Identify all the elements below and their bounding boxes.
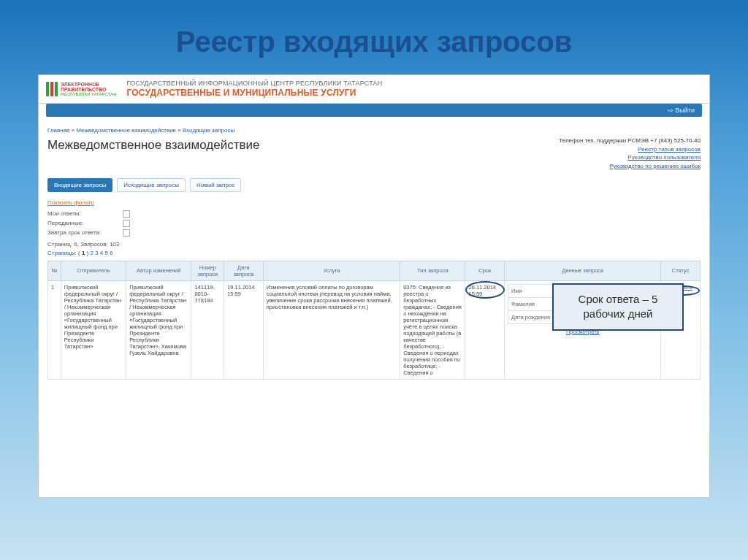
breadcrumb-section[interactable]: Межведомственное взаимодействие [76, 127, 176, 134]
breadcrumb-current: Входящие запросы [183, 127, 234, 134]
tab-incoming[interactable]: Входящие запросы [47, 178, 112, 192]
logout-link[interactable]: ⇨ Выйти [668, 107, 695, 114]
pager-current: 1 [82, 250, 85, 256]
header-line2: ГОСУДАРСТВЕННЫЕ И МУНИЦИПАЛЬНЫЕ УСЛУГИ [126, 88, 382, 99]
cell-author: Приволжский федеральный округ / Республи… [126, 280, 191, 379]
tab-new-request[interactable]: Новый запрос [190, 178, 241, 192]
breadcrumb: Главная » Межведомственное взаимодействи… [47, 127, 701, 134]
help-links: Телефон тех. поддержки РСМЭВ +7 (843) 52… [559, 137, 701, 170]
filter-tomorrow-label: Завтра срок ответа: [47, 229, 117, 236]
filter-transferred-checkbox[interactable] [123, 220, 130, 227]
link-errors-guide[interactable]: Руководство по решению ошибок [559, 162, 701, 171]
breadcrumb-home[interactable]: Главная [47, 127, 69, 134]
filters: Мои ответы: Переданные: Завтра срок отве… [47, 210, 701, 237]
show-filter-toggle[interactable]: Показать фильтр [47, 199, 701, 206]
cell-service: Изменения условий оплаты по договорам со… [263, 280, 400, 379]
app-screenshot: ЭЛЕКТРОННОЕ ПРАВИТЕЛЬСТВО РЕСПУБЛИКИ ТАТ… [38, 74, 710, 498]
logo-text-mid: ПРАВИТЕЛЬСТВО [61, 87, 116, 92]
cell-num: 141119-0010-778184 [191, 280, 224, 379]
cell-date: 19.11.2014 15:59 [224, 280, 264, 379]
th-status[interactable]: Статус [661, 261, 701, 280]
link-request-types[interactable]: Реестр типов запросов [559, 145, 701, 154]
filter-transferred-label: Переданные: [47, 220, 117, 226]
th-num[interactable]: Номер запроса [191, 261, 224, 280]
filter-tomorrow-checkbox[interactable] [123, 229, 130, 237]
logo: ЭЛЕКТРОННОЕ ПРАВИТЕЛЬСТВО РЕСПУБЛИКИ ТАТ… [46, 82, 116, 97]
callout-line1: Срок ответа – 5 [567, 292, 669, 307]
logo-text-top: ЭЛЕКТРОННОЕ [61, 82, 116, 87]
cell-type: 0375: Сведения из реестра о безработных … [400, 280, 465, 379]
tabs: Входящие запросы Исходящие запросы Новый… [47, 178, 701, 192]
app-header: ЭЛЕКТРОННОЕ ПРАВИТЕЛЬСТВО РЕСПУБЛИКИ ТАТ… [39, 75, 709, 104]
table-header-row: № Отправитель Автор изменений Номер запр… [48, 261, 701, 280]
th-author[interactable]: Автор изменений [126, 261, 191, 280]
nav-bar: ⇨ Выйти [46, 104, 702, 117]
header-titles: ГОСУДАРСТВЕННЫЙ ИНФОРМАЦИОННЫЙ ЦЕНТР РЕС… [126, 80, 382, 99]
th-data[interactable]: Данные запроса [505, 261, 661, 280]
callout-box: Срок ответа – 5 рабочих дней [552, 283, 684, 331]
th-service[interactable]: Услуга [263, 261, 400, 280]
cell-n: 1 [48, 280, 61, 379]
deadline-highlight-circle [465, 281, 505, 299]
th-n[interactable]: № [48, 261, 61, 280]
page-title: Межведомственное взаимодействие [47, 138, 259, 153]
th-deadline[interactable]: Срок [465, 261, 505, 280]
th-date[interactable]: Дата запроса [224, 261, 264, 280]
th-type[interactable]: Тип запроса [400, 261, 465, 280]
counts: Страниц: 6, Запросов: 103 [47, 241, 701, 248]
tab-outgoing[interactable]: Исходящие запросы [117, 178, 186, 192]
filter-my-answers-label: Мои ответы: [47, 210, 117, 217]
pager: Страницы: ( 1 ) 2 3 4 5 6 [47, 250, 701, 256]
slide-title: Реестр входящих запросов [0, 0, 748, 74]
cell-sender: Приволжский федеральный округ / Республи… [61, 280, 126, 379]
link-user-guide[interactable]: Руководство пользователя [559, 153, 701, 162]
header-line1: ГОСУДАРСТВЕННЫЙ ИНФОРМАЦИОННЫЙ ЦЕНТР РЕС… [126, 80, 382, 88]
cell-deadline: 26.11.2014 15:59 [465, 280, 505, 379]
th-sender[interactable]: Отправитель [61, 261, 126, 280]
logo-text-sub: РЕСПУБЛИКИ ТАТАРСТАН [61, 92, 116, 96]
filter-my-answers-checkbox[interactable] [123, 210, 130, 218]
callout-line2: рабочих дней [567, 307, 669, 321]
logo-icon [46, 82, 58, 96]
pager-pages[interactable]: 2 3 4 5 6 [90, 250, 112, 256]
support-phone: Телефон тех. поддержки РСМЭВ +7 (843) 52… [559, 137, 701, 145]
